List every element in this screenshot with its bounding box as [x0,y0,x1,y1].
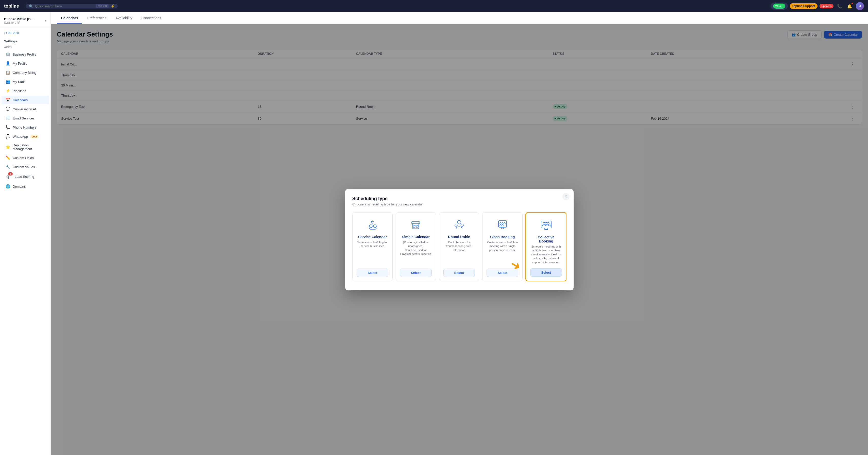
calendar-icon: 📅 [6,98,10,102]
phone-icon: 📞 [6,125,10,130]
sidebar-item-business-profile[interactable]: 🏢 Business Profile [2,50,49,59]
topnav-actions: Wha... topline Support updates 📞 🔔 U [771,2,864,10]
modal-overlay[interactable]: × Scheduling type Choose a scheduling ty… [51,24,868,455]
billing-icon: 📋 [6,70,10,75]
sidebar-item-label: Company Billing [13,71,36,74]
org-selector[interactable]: Dunder Mifflin [D... Scranton, PA ▾ [0,15,51,27]
domains-icon: 🌐 [6,184,10,189]
collective-booking-icon [539,218,553,232]
main-area: Calendars Preferences Availability Conne… [51,12,868,455]
notification-dot [851,3,853,5]
phone-icon-btn[interactable]: 📞 [836,2,844,10]
sidebar-item-reputation[interactable]: ⭐ Reputation Management [2,141,49,153]
class-booking-select-button[interactable]: Select [487,268,518,277]
search-shortcut: Ctrl + K [96,4,108,8]
sidebar-item-label: Lead Scoring [15,175,34,178]
sidebar-item-company-billing[interactable]: 📋 Company Billing [2,68,49,77]
search-bar[interactable]: 🔍 Ctrl + K ⚡ [26,4,118,8]
svg-point-12 [500,224,501,226]
sidebar-item-lead-scoring[interactable]: g 8 Lead Scoring [2,172,49,182]
sidebar-item-calendars[interactable]: 📅 Calendars [2,96,49,104]
sidebar-item-label: Domains [13,185,26,189]
sidebar-item-whatsapp[interactable]: 💬 WhatsApp beta [2,132,49,141]
svg-point-4 [416,226,418,228]
values-icon: 🔧 [6,165,10,169]
modal-subtitle: Choose a scheduling type for your new ca… [352,202,566,206]
collective-booking-select-button[interactable]: Select [530,268,562,277]
sidebar-item-email-services[interactable]: ✉️ Email Services [2,114,49,123]
sidebar-item-domains[interactable]: 🌐 Domains [2,182,49,191]
scoring-icon: g 8 [6,174,10,180]
svg-point-0 [369,225,372,228]
email-icon: ✉️ [6,116,10,121]
svg-point-10 [502,222,503,224]
apps-section-label: Apps [0,44,51,50]
content-area: Calendar Settings Manage your calendars … [51,24,868,455]
sidebar-item-conversation-ai[interactable]: 💬 Conversation AI [2,105,49,113]
tab-availability[interactable]: Availability [112,13,136,24]
tab-preferences[interactable]: Preferences [83,13,111,24]
sidebar: Dunder Mifflin [D... Scranton, PA ▾ ‹ Go… [0,12,51,455]
sidebar-item-label: Business Profile [13,53,36,56]
sidebar-item-pipelines[interactable]: ⚡ Pipelines [2,87,49,95]
chevron-down-icon: ▾ [45,19,46,23]
pipeline-icon: ⚡ [6,89,10,93]
sidebar-item-label: Custom Fields [13,156,34,160]
beta-badge: beta [30,135,38,138]
sidebar-item-my-staff[interactable]: 👥 My Staff [2,77,49,86]
search-input[interactable] [35,4,94,8]
service-calendar-select-button[interactable]: Select [356,268,388,277]
sidebar-item-label: My Staff [13,80,25,84]
org-sub: Scranton, PA [4,21,43,24]
search-icon: 🔍 [29,4,33,8]
card-simple-calendar[interactable]: Simple Calendar (Previously called as un… [396,212,436,281]
svg-point-1 [373,225,376,228]
tab-connections[interactable]: Connections [137,13,165,24]
lightning-icon: ⚡ [111,4,115,8]
calendar-type-cards: Service Calendar Seamless scheduling for… [352,212,566,281]
service-calendar-desc: Seamless scheduling for service business… [356,240,388,264]
settings-label: Settings [0,38,51,44]
service-calendar-title: Service Calendar [358,235,387,239]
svg-point-5 [457,220,461,224]
sidebar-item-custom-fields[interactable]: ✏️ Custom Fields [2,154,49,162]
tab-calendars[interactable]: Calendars [57,13,82,24]
sidebar-item-phone-numbers[interactable]: 📞 Phone Numbers [2,123,49,132]
svg-point-16 [545,222,547,224]
staff-icon: 👥 [6,79,10,84]
card-service-calendar[interactable]: Service Calendar Seamless scheduling for… [352,212,393,281]
svg-point-17 [547,222,549,224]
fields-icon: ✏️ [6,156,10,160]
class-booking-title: Class Booking [490,235,515,239]
card-round-robin[interactable]: Round Robin Could be used for troublesho… [439,212,479,281]
sidebar-item-custom-values[interactable]: 🔧 Custom Values [2,163,49,171]
app-logo: topline [4,4,19,9]
sidebar-item-my-profile[interactable]: 👤 My Profile [2,59,49,68]
scoring-badge: 8 [8,172,13,175]
svg-point-6 [455,224,457,226]
svg-point-3 [413,226,415,228]
sub-navigation: Calendars Preferences Availability Conne… [51,12,868,24]
round-robin-desc: Could be used for troubleshooting calls,… [443,240,475,264]
user-avatar[interactable]: U [856,2,864,10]
whatsapp-pill[interactable]: Wha... [771,3,788,10]
ai-icon: 💬 [6,107,10,111]
support-badge[interactable]: topline Support [790,3,817,9]
simple-calendar-title: Simple Calendar [402,235,430,239]
card-collective-booking[interactable]: Collective Booking Schedule meetings wit… [526,212,566,281]
card-class-booking[interactable]: Class Booking Contacts can schedule a me… [482,212,523,281]
sidebar-item-label: Conversation AI [13,107,36,111]
simple-calendar-select-button[interactable]: Select [400,268,432,277]
top-navigation: topline 🔍 Ctrl + K ⚡ Wha... topline Supp… [0,0,868,12]
go-back-link[interactable]: ‹ Go Back [0,29,51,36]
updates-badge[interactable]: updates [819,4,834,8]
svg-point-9 [500,222,501,224]
modal-close-button[interactable]: × [562,193,569,200]
bell-icon-btn[interactable]: 🔔 [846,2,854,10]
collective-booking-desc: Schedule meetings with multiple team mem… [530,245,562,264]
sidebar-item-label: WhatsApp [13,135,28,138]
whatsapp-label: Wha... [773,4,785,9]
round-robin-select-button[interactable]: Select [443,268,475,277]
simple-calendar-icon [409,218,423,232]
simple-calendar-desc: (Previously called as unassigned) Could … [400,240,432,264]
